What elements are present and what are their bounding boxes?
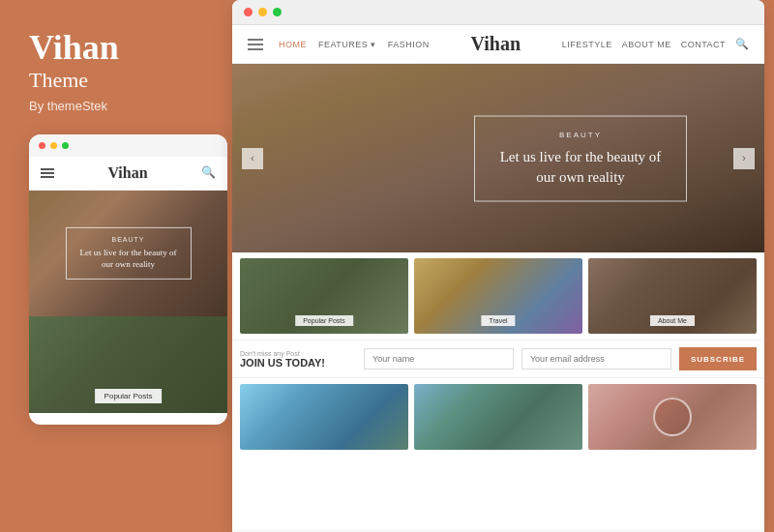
nav-lifestyle[interactable]: LIFESTYLE [562,40,612,49]
newsletter-email-input[interactable] [521,348,671,369]
browser-dot-green [273,8,282,16]
site-search-icon[interactable]: 🔍 [735,38,749,50]
mobile-mockup: Vihan 🔍 BEAUTY Let us live for the beaut… [29,134,227,425]
browser-dot-yellow [258,8,267,16]
thumb-1[interactable] [240,384,408,450]
card-label-travel: Travel [481,315,515,326]
left-panel: Vihan Theme By themeStek Vihan 🔍 BEAUTY … [0,0,232,532]
thumb-bg-1 [240,384,408,450]
card-about-me[interactable]: About Me [588,258,757,334]
thumb-3[interactable] [588,384,757,450]
nav-contact[interactable]: CONTACT [681,40,726,49]
newsletter-join: JOIN US TODAY! [240,357,356,369]
site-brand: Vihan [430,33,562,55]
browser-dot-red [244,8,253,16]
mobile-hero-title: Let us live for the beauty of our own re… [78,247,179,271]
mobile-dot-red [39,142,45,149]
newsletter-bar: Don't miss any Post JOIN US TODAY! SUBSC… [232,340,764,378]
mobile-dot-yellow [50,142,57,149]
by-line: By themeStek [29,99,107,113]
card-popular-posts[interactable]: Popular Posts [240,258,408,334]
mobile-post-section: Popular Posts [29,316,227,413]
mobile-nav: Vihan 🔍 [29,157,227,191]
hero-section: ‹ › BEAUTY Let us live for the beauty of… [232,64,764,252]
mobile-top-bar [29,134,227,157]
hero-next-button[interactable]: › [733,148,755,169]
hero-text-box: BEAUTY Let us live for the beauty of our… [474,115,687,201]
card-grid: Popular Posts Travel About Me [232,252,764,340]
hamburger-icon[interactable] [41,168,54,178]
nav-right-links: LIFESTYLE ABOUT ME CONTACT 🔍 [562,38,749,50]
site-nav-left: HOME FEATURES ▾ FASHION [248,39,430,50]
mobile-brand: Vihan [107,164,147,182]
browser-top-bar [232,0,764,25]
brand-subtitle: Theme [29,68,88,93]
site-hamburger-icon[interactable] [248,39,263,50]
newsletter-name-input[interactable] [364,348,514,369]
card-travel[interactable]: Travel [414,258,582,334]
bottom-thumbs [232,378,764,456]
mobile-hero: BEAUTY Let us live for the beauty of our… [29,191,227,316]
nav-fashion[interactable]: FASHION [388,40,430,49]
hero-title: Let us live for the beauty of our own re… [494,146,667,187]
mobile-hero-overlay: BEAUTY Let us live for the beauty of our… [66,227,192,280]
nav-links-left: HOME FEATURES ▾ FASHION [279,40,430,49]
browser-mockup: HOME FEATURES ▾ FASHION Vihan LIFESTYLE … [232,0,764,532]
nav-features[interactable]: FEATURES ▾ [318,40,376,49]
site-nav: HOME FEATURES ▾ FASHION Vihan LIFESTYLE … [232,25,764,64]
mobile-nav-icons: 🔍 [201,165,216,180]
mobile-dot-green [62,142,69,149]
card-label-about: About Me [650,315,695,326]
newsletter-subscribe-button[interactable]: SUBSCRIBE [679,347,757,370]
brand-title: Vihan [29,29,119,68]
nav-home[interactable]: HOME [279,40,307,49]
browser-content: HOME FEATURES ▾ FASHION Vihan LIFESTYLE … [232,25,764,529]
card-label-popular: Popular Posts [295,315,353,326]
thumb-bg-2 [414,384,582,450]
hero-category: BEAUTY [494,130,667,138]
thumb-bg-3 [588,384,757,450]
mobile-post-label: Popular Posts [95,389,163,403]
search-icon[interactable]: 🔍 [201,165,216,180]
mobile-hero-category: BEAUTY [78,236,179,243]
hero-prev-button[interactable]: ‹ [242,148,263,169]
newsletter-dont-miss: Don't miss any Post [240,350,356,357]
newsletter-text-block: Don't miss any Post JOIN US TODAY! [240,350,356,369]
avatar [653,398,692,436]
thumb-2[interactable] [414,384,582,450]
nav-about-me[interactable]: ABOUT ME [622,40,671,49]
